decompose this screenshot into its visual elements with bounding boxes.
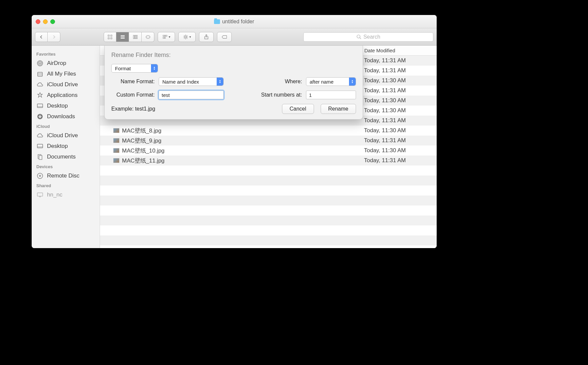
sidebar-item-all-my-files[interactable]: All My Files [32,69,100,79]
file-row[interactable]: MAC壁纸_9.jpgToday, 11:31 AM [100,136,437,146]
back-button[interactable] [35,32,48,42]
action-button[interactable]: ▾ [178,32,196,42]
file-row[interactable]: MAC壁纸_10.jpgToday, 11:30 AM [100,146,437,156]
where-select[interactable]: after name ▴▾ [306,77,356,86]
svg-line-30 [360,38,361,39]
file-date: Today, 11:31 AM [360,117,437,124]
file-name: MAC壁纸_9.jpg [122,137,161,145]
coverflow-view-button[interactable] [142,32,154,42]
svg-point-29 [357,35,360,38]
file-date: Today, 11:31 AM [360,137,437,144]
icon-view-button[interactable] [104,32,116,42]
file-date: Today, 11:30 AM [360,77,437,84]
svg-point-18 [185,36,187,38]
sidebar-item-documents[interactable]: Documents [32,152,100,162]
search-input[interactable]: Search [303,32,433,42]
forward-button[interactable] [48,32,60,42]
file-row[interactable]: MAC壁纸_8.jpgToday, 11:30 AM [100,126,437,136]
name-format-select[interactable]: Name and Index ▴▾ [159,77,224,86]
search-placeholder: Search [363,34,380,40]
file-date: Today, 11:30 AM [360,107,437,114]
file-name: MAC壁纸_10.jpg [122,147,165,155]
file-date: Today, 11:31 AM [360,157,437,164]
desktop-icon [36,103,44,109]
display-icon [36,191,44,198]
titlebar: untitled folder [32,15,437,28]
sidebar-item-label: iCloud Drive [47,81,78,88]
sidebar-item-remote-disc[interactable]: Remote Disc [32,171,100,181]
arrange-button[interactable]: ▾ [158,32,175,42]
window-title: untitled folder [32,19,437,25]
svg-rect-9 [136,35,137,39]
list-view-button[interactable] [116,32,129,42]
where-label: Where: [285,79,302,85]
minimize-window-button[interactable] [43,19,48,24]
tags-button[interactable] [217,32,232,42]
input-value: 1 [309,92,312,98]
svg-point-31 [39,63,41,64]
rename-dialog: Rename Finder Items: Format ▴▾ Name Form… [104,46,363,120]
file-date: Today, 11:31 AM [360,67,437,74]
file-thumbnail-icon [113,138,119,143]
sidebar-item-applications[interactable]: Applications [32,90,100,101]
file-date: Today, 11:31 AM [360,87,437,94]
nav-buttons [35,32,60,42]
sidebar-item-label: Downloads [47,113,75,120]
view-mode-buttons [104,32,154,42]
documents-icon [36,154,44,160]
zoom-window-button[interactable] [50,19,55,24]
input-value: test [162,92,170,98]
sidebar-item-label: Desktop [47,143,68,150]
rename-button[interactable]: Rename [321,104,356,114]
chevron-down-icon: ▾ [169,35,170,39]
file-row[interactable]: MAC壁纸_11.jpgToday, 11:31 AM [100,156,437,166]
sidebar-heading-shared: Shared [32,181,100,189]
close-window-button[interactable] [36,19,40,24]
sidebar-item-shared-1[interactable]: hn_nc [32,189,100,200]
all-my-files-icon [36,71,44,77]
empty-row [100,166,437,176]
svg-rect-40 [37,144,43,148]
column-header-date[interactable]: Date Modified [360,48,437,53]
custom-format-input[interactable]: test [159,91,224,99]
empty-row [100,205,437,215]
svg-line-23 [184,35,185,36]
sidebar-item-icloud-drive-2[interactable]: iCloud Drive [32,130,100,141]
example-text: Example: test1.jpg [111,106,155,112]
sidebar-heading-devices: Devices [32,162,100,171]
sidebar-item-label: AirDrop [47,60,66,67]
finder-window: untitled folder [32,15,437,248]
empty-row [100,195,437,205]
file-date: Today, 11:30 AM [360,97,437,104]
empty-row [100,176,437,185]
share-button[interactable] [199,32,214,42]
file-thumbnail-icon [113,148,119,153]
svg-rect-34 [38,72,42,76]
svg-line-24 [187,38,188,39]
dialog-title: Rename Finder Items: [111,52,356,59]
svg-rect-37 [37,104,43,108]
start-numbers-input[interactable]: 1 [306,91,356,99]
sidebar-item-icloud-drive[interactable]: iCloud Drive [32,79,100,90]
file-date: Today, 11:30 AM [360,147,437,154]
sidebar-item-desktop[interactable]: Desktop [32,101,100,111]
sidebar-item-label: Desktop [47,103,68,109]
file-date: Today, 11:30 AM [360,127,437,134]
folder-icon [214,19,220,24]
select-value: Format [115,66,131,71]
file-name: MAC壁纸_8.jpg [122,127,161,135]
sidebar-item-airdrop[interactable]: AirDrop [32,58,100,69]
svg-rect-17 [164,37,166,38]
sidebar-item-desktop-2[interactable]: Desktop [32,141,100,152]
desktop-icon [36,143,44,150]
sidebar-item-label: All My Files [47,71,76,77]
cloud-icon [36,81,44,88]
sidebar-item-label: iCloud Drive [47,132,78,139]
cancel-button[interactable]: Cancel [282,104,314,114]
sidebar-item-label: Documents [47,154,76,160]
file-name: MAC壁纸_11.jpg [122,157,165,165]
empty-row [100,185,437,195]
mode-select[interactable]: Format ▴▾ [111,64,158,73]
sidebar-item-downloads[interactable]: Downloads [32,111,100,122]
column-view-button[interactable] [129,32,142,42]
